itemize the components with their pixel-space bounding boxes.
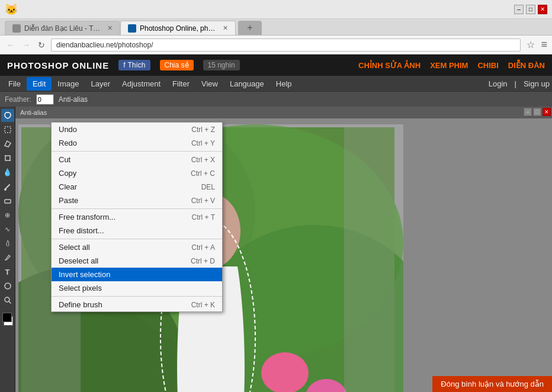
comment-toggle-button[interactable]: Đóng bình luận và hướng dẫn: [432, 376, 552, 392]
forum-tab-close[interactable]: ✕: [107, 24, 113, 32]
redo-shortcut: Ctrl + Y: [168, 139, 215, 147]
canvas-minimize-button[interactable]: –: [524, 108, 532, 116]
menu-paste[interactable]: Paste Ctrl + V: [52, 194, 222, 207]
refresh-button[interactable]: ↻: [36, 39, 47, 51]
forward-button[interactable]: →: [20, 39, 32, 51]
menu-copy[interactable]: Copy Ctrl + C: [52, 166, 222, 180]
title-bar: 🐱 – □ ✕: [0, 0, 552, 19]
smudge-tool-button[interactable]: ∿: [1, 223, 14, 236]
nav-dien-dan[interactable]: DIỄN ĐÀN: [508, 61, 545, 70]
menu-adjustment[interactable]: Adjustment: [116, 77, 166, 91]
facebook-like-button[interactable]: f Thích: [118, 60, 150, 70]
pen-tool-button[interactable]: [1, 251, 14, 264]
forum-tab-icon: [12, 24, 21, 33]
foreground-color-box[interactable]: [2, 313, 12, 322]
back-button[interactable]: ←: [5, 39, 17, 51]
menu-deselect-all[interactable]: Deselect all Ctrl + D: [52, 254, 222, 268]
cut-shortcut: Ctrl + X: [168, 156, 215, 164]
canvas-maximize-button[interactable]: □: [533, 108, 541, 116]
crop-tool-button[interactable]: [1, 152, 14, 165]
color-picker[interactable]: [1, 313, 14, 326]
top-navigation: CHỈNH SỬA ẢNH XEM PHIM CHIBI DIỄN ĐÀN: [358, 61, 545, 70]
svg-rect-2: [5, 200, 11, 203]
text-tool-button[interactable]: T: [1, 265, 14, 278]
menu-free-distort[interactable]: Free distort...: [52, 224, 222, 237]
eraser-tool-button[interactable]: [1, 194, 14, 207]
menu-help[interactable]: Help: [270, 77, 298, 91]
menu-language[interactable]: Language: [224, 77, 270, 91]
top-bar: PHOTOSHOP ONLINE f Thích Chia sẻ 15 nghi…: [0, 54, 552, 76]
nav-xem-phim[interactable]: XEM PHIM: [430, 61, 468, 70]
menu-select-all[interactable]: Select all Ctrl + A: [52, 240, 222, 254]
forum-tab-label: Diễn đàn Bạc Liêu - Tin h...: [24, 24, 101, 33]
shape-tool-button[interactable]: [1, 279, 14, 293]
days-count: 15 nghin: [203, 60, 240, 70]
address-bar: ← → ↻ diendanbaclieu.net/photoshop/ ☆ ≡: [0, 36, 552, 54]
editor-area: 💧 ⊕ ∿: [0, 107, 552, 392]
menu-image[interactable]: Image: [52, 77, 85, 91]
url-text: diendanbaclieu.net/photoshop/: [56, 41, 153, 49]
new-tab-button[interactable]: +: [238, 21, 262, 35]
svg-point-12: [261, 352, 309, 392]
menu-clear[interactable]: Clear DEL: [52, 180, 222, 194]
menu-cut[interactable]: Cut Ctrl + X: [52, 153, 222, 166]
feather-input[interactable]: [36, 94, 54, 105]
minimize-button[interactable]: –: [514, 5, 524, 14]
paste-label: Paste: [59, 196, 168, 205]
share-button[interactable]: Chia sẻ: [160, 60, 194, 70]
menu-file[interactable]: File: [2, 77, 27, 91]
tab-photoshop[interactable]: Photoshop Online, phần n... ✕: [120, 21, 236, 35]
menu-select-pixels[interactable]: Select pixels: [52, 281, 222, 295]
menu-view[interactable]: View: [195, 77, 224, 91]
separator-1: [52, 151, 222, 152]
eyedropper-button[interactable]: 💧: [1, 166, 14, 179]
invert-selection-label: Invert selection: [59, 270, 191, 279]
clear-label: Clear: [59, 182, 178, 191]
redo-label: Redo: [59, 139, 168, 147]
define-brush-label: Define brush: [59, 300, 168, 309]
browser-menu-button[interactable]: ≡: [541, 38, 547, 51]
canvas-window-controls: – □ ✕: [522, 107, 552, 117]
menu-auth: Login | Sign up: [489, 79, 550, 88]
cut-label: Cut: [59, 155, 168, 164]
lasso-tool-button[interactable]: [1, 109, 14, 122]
menu-filter[interactable]: Filter: [166, 77, 195, 91]
undo-label: Undo: [59, 125, 168, 134]
menu-undo[interactable]: Undo Ctrl + Z: [52, 123, 222, 136]
brush-tool-button[interactable]: [1, 180, 14, 193]
free-transform-shortcut: Ctrl + T: [168, 213, 215, 221]
tab-bar: Diễn đàn Bạc Liêu - Tin h... ✕ Photoshop…: [0, 19, 552, 36]
svg-point-1: [4, 188, 7, 191]
nav-chinh-sua[interactable]: CHỈNH SỬA ẢNH: [358, 61, 421, 70]
tab-forum[interactable]: Diễn đàn Bạc Liêu - Tin h... ✕: [5, 21, 120, 35]
svg-rect-18: [344, 127, 394, 392]
signup-link[interactable]: Sign up: [524, 79, 550, 88]
nav-chibi[interactable]: CHIBI: [477, 61, 498, 70]
menu-edit[interactable]: Edit: [27, 77, 52, 91]
canvas-title-bar: Anti-alias – □ ✕: [15, 107, 552, 118]
ps-tab-close[interactable]: ✕: [223, 24, 228, 32]
bookmark-button[interactable]: ☆: [527, 39, 535, 50]
zoom-tool-button[interactable]: [1, 294, 14, 307]
free-distort-label: Free distort...: [59, 226, 191, 235]
menu-free-transform[interactable]: Free transform... Ctrl + T: [52, 210, 222, 224]
canvas-close-button[interactable]: ✕: [543, 108, 551, 116]
separator-3: [52, 239, 222, 239]
clone-stamp-button[interactable]: ⊕: [1, 208, 14, 221]
menu-define-brush[interactable]: Define brush Ctrl + K: [52, 298, 222, 311]
svg-point-3: [5, 283, 11, 289]
menu-layer[interactable]: Layer: [85, 77, 117, 91]
deselect-all-shortcut: Ctrl + D: [167, 257, 215, 265]
menu-redo[interactable]: Redo Ctrl + Y: [52, 136, 222, 150]
menu-invert-selection[interactable]: Invert selection: [52, 268, 222, 281]
maximize-button[interactable]: □: [526, 5, 535, 14]
status-area: Đóng bình luận và hướng dẫn: [432, 376, 552, 392]
polygon-lasso-button[interactable]: [1, 137, 14, 150]
define-brush-shortcut: Ctrl + K: [168, 301, 215, 309]
marquee-tool-button[interactable]: [1, 123, 14, 136]
deselect-all-label: Deselect all: [59, 256, 167, 265]
close-button[interactable]: ✕: [538, 5, 547, 14]
url-field[interactable]: diendanbaclieu.net/photoshop/: [51, 38, 521, 52]
login-link[interactable]: Login: [489, 79, 508, 88]
burn-tool-button[interactable]: [1, 237, 14, 250]
